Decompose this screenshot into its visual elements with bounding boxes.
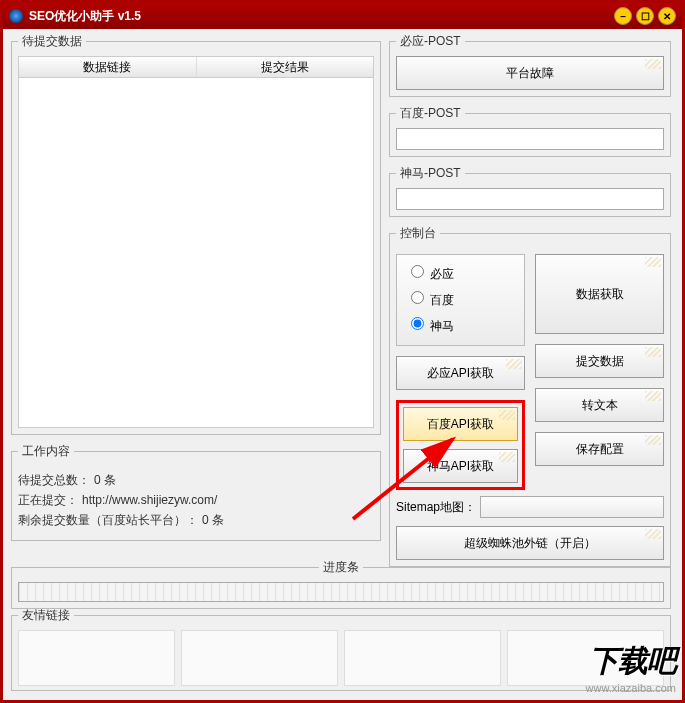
- app-title: SEO优化小助手 v1.5: [29, 8, 614, 25]
- watermark: 下载吧 www.xiazaiba.com: [586, 641, 676, 694]
- table-body[interactable]: [18, 78, 374, 428]
- watermark-url: www.xiazaiba.com: [586, 682, 676, 694]
- titlebar: SEO优化小助手 v1.5 – ☐ ✕: [3, 3, 682, 29]
- shenma-api-button[interactable]: 神马API获取: [403, 449, 518, 483]
- submitting-row: 正在提交：http://www.shijiezyw.com/: [18, 490, 374, 510]
- platform-fault-button[interactable]: 平台故障: [396, 56, 664, 90]
- radio-biying[interactable]: 必应: [397, 261, 524, 287]
- sitemap-input[interactable]: [480, 496, 664, 518]
- remain-row: 剩余提交数量（百度站长平台）：0 条: [18, 510, 374, 530]
- minimize-button[interactable]: –: [614, 7, 632, 25]
- pending-legend: 待提交数据: [18, 33, 86, 50]
- maximize-button[interactable]: ☐: [636, 7, 654, 25]
- biying-post-group: 必应-POST 平台故障: [389, 33, 671, 97]
- progress-legend: 进度条: [319, 559, 363, 576]
- friend-slot[interactable]: [181, 630, 338, 686]
- progress-bar: [18, 582, 664, 602]
- biying-api-button[interactable]: 必应API获取: [396, 356, 525, 390]
- table-header: 数据链接 提交结果: [18, 56, 374, 78]
- app-window: SEO优化小助手 v1.5 – ☐ ✕ 待提交数据 数据链接 提交结果 工作内容…: [0, 0, 685, 703]
- work-info-group: 工作内容 待提交总数：0 条 正在提交：http://www.shijiezyw…: [11, 443, 381, 541]
- console-legend: 控制台: [396, 225, 440, 242]
- shenma-post-input[interactable]: [396, 188, 664, 210]
- totext-button[interactable]: 转文本: [535, 388, 664, 422]
- highlight-box: 百度API获取 神马API获取: [396, 400, 525, 490]
- progress-group: 进度条: [11, 559, 671, 609]
- friend-links-group: 友情链接: [11, 607, 671, 691]
- radio-baidu[interactable]: 百度: [397, 287, 524, 313]
- col-result: 提交结果: [197, 57, 374, 77]
- baidu-legend: 百度-POST: [396, 105, 465, 122]
- biying-legend: 必应-POST: [396, 33, 465, 50]
- watermark-logo: 下载吧: [586, 641, 676, 682]
- window-buttons: – ☐ ✕: [614, 7, 676, 25]
- app-icon: [9, 9, 23, 23]
- friend-slot[interactable]: [18, 630, 175, 686]
- friend-slot[interactable]: [344, 630, 501, 686]
- shenma-legend: 神马-POST: [396, 165, 465, 182]
- shenma-post-group: 神马-POST: [389, 165, 671, 217]
- work-legend: 工作内容: [18, 443, 74, 460]
- close-button[interactable]: ✕: [658, 7, 676, 25]
- pending-data-group: 待提交数据 数据链接 提交结果: [11, 33, 381, 435]
- pending-total-row: 待提交总数：0 条: [18, 470, 374, 490]
- friend-legend: 友情链接: [18, 607, 74, 624]
- fetch-data-button[interactable]: 数据获取: [535, 254, 664, 334]
- baidu-post-input[interactable]: [396, 128, 664, 150]
- baidu-api-button[interactable]: 百度API获取: [403, 407, 518, 441]
- sitemap-label: Sitemap地图：: [396, 499, 476, 516]
- save-config-button[interactable]: 保存配置: [535, 432, 664, 466]
- baidu-post-group: 百度-POST: [389, 105, 671, 157]
- radio-shenma[interactable]: 神马: [397, 313, 524, 339]
- col-link: 数据链接: [19, 57, 197, 77]
- content-area: 待提交数据 数据链接 提交结果 工作内容 待提交总数：0 条 正在提交：http…: [3, 29, 682, 700]
- console-group: 控制台 必应 百度 神马 必应API获取 百度API获取 神马API获取: [389, 225, 671, 567]
- spider-pool-button[interactable]: 超级蜘蛛池外链（开启）: [396, 526, 664, 560]
- submit-data-button[interactable]: 提交数据: [535, 344, 664, 378]
